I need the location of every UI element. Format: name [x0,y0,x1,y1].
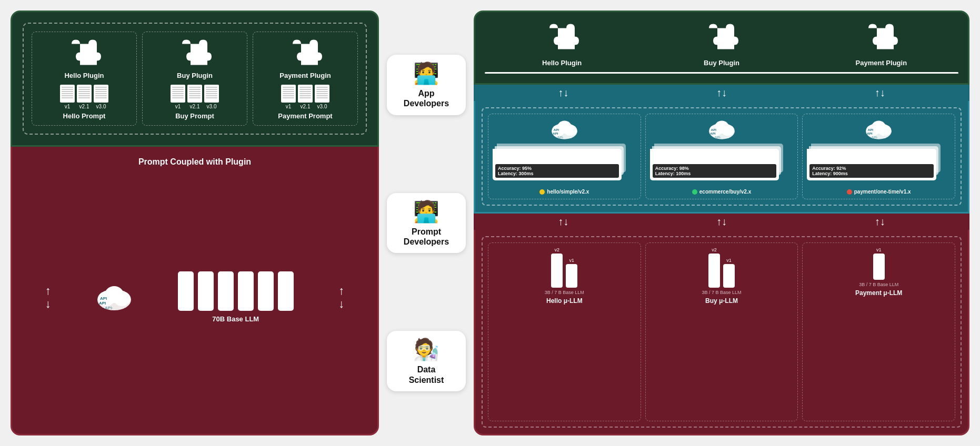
middle-arrows-row: ↑↓ ↑↓ ↑↓ [474,214,969,230]
payment-plugin-label: Payment Plugin [279,72,331,79]
buy-bar-v2 [708,254,720,288]
payment-prompt-col: API API · · · API· Accuracy: 92% Latency… [802,114,955,199]
hello-mu-label: Hello μ-LLM [546,297,583,305]
svg-text:· · · API·: · · · API· [552,135,564,139]
payment-prompt-versions: v1 v2.1 v3.0 [281,85,329,109]
buy-plugin-section: Buy Plugin v1 v2.1 v3.0 [142,32,247,126]
center-panel: 🧑‍💻 AppDevelopers 🧑‍💻 PromptDevelopers 🧑… [379,11,474,435]
right-panel: Hello Plugin Buy Plugin Payment Plugin [474,11,969,435]
data-sci-title: DataScientist [395,364,458,384]
payment-mu-llm: v1 3B / 7 B Base LLM Payment μ-LLM [802,242,955,421]
hello-prompt-label: Hello Prompt [63,112,106,120]
payment-accuracy: Accuracy: 92% Latency: 900ms [809,164,933,178]
prompt-developers-card: 🧑‍💻 PromptDevelopers [387,193,466,253]
buy-api-cloud: API API · · · API· [707,118,736,140]
buy-cloud-icon: API API · · · API· [707,118,736,140]
buy-mu-sublabel: 3B / 7 B Base LLM [702,290,741,295]
payment-cloud-icon: API API · · · API· [864,118,893,140]
payment-dot [847,189,852,195]
buy-route: ecommerce/buy/v2.x [692,189,751,195]
arrow-col-3: ↑↓ [801,87,959,99]
right-buy-plugin: Buy Plugin [644,22,798,67]
buy-bar-v1 [723,264,735,288]
svg-point-17 [714,121,728,134]
hello-puzzle-icon [63,37,105,72]
hello-mu-llm: v2 v1 3B / 7 B Base LLM Hello μ-LLM [488,242,641,421]
hello-plugin-section: Hello Plugin v1 v2.1 v3.0 [32,32,137,126]
payment-mu-label: Payment μ-LLM [855,289,902,297]
arrow-col-2: ↑↓ [643,87,801,99]
svg-text:API: API [868,128,873,131]
right-hello-puzzle [541,22,583,56]
llm-bar-2 [198,271,214,311]
llm-bar-3 [218,271,234,311]
buy-plugin-label: Buy Plugin [177,72,213,79]
buy-dot [692,189,697,195]
llm-bar-1 [178,271,194,311]
app-dev-emoji: 🧑‍💻 [395,61,458,86]
arrow-col-1: ↑↓ [484,87,643,99]
buy-mu-bars: v2 v1 [708,247,735,288]
buy-mu-llm: v2 v1 3B / 7 B Base LLM Buy μ-LLM [645,242,798,421]
payment-plugin-section: Payment Plugin v1 v2.1 v3.0 [253,32,358,126]
data-scientist-card: 🧑‍🔬 DataScientist [387,331,466,391]
right-payment-puzzle [860,22,902,56]
left-top-section: Hello Plugin v1 v2.1 v3.0 [11,11,379,147]
hello-dot [539,189,545,195]
doc-v1 [60,85,75,103]
hello-accuracy: Accuracy: 95% Latency: 300ms [495,164,619,178]
svg-text:· · · API·: · · · API· [709,135,721,139]
svg-text:API: API [867,131,873,135]
right-buy-label: Buy Plugin [704,59,739,67]
prompt-dev-title: PromptDevelopers [395,227,458,247]
buy-mu-label: Buy μ-LLM [705,297,738,305]
buy-prompt-label: Buy Prompt [175,112,214,120]
right-middle-section: API API · · · API· Accuracy: 95% Latency [474,101,969,214]
llm-bar-6 [278,271,294,311]
llm-bar-5 [258,271,274,311]
buy-prompt-versions: v1 v2.1 v3.0 [171,85,219,109]
payment-bar-v1 [873,254,885,280]
right-hello-label: Hello Plugin [542,59,582,67]
payment-route: payment/one-time/v1.x [847,189,911,195]
cloud-api-icon: API API · · · API· [96,283,133,312]
hello-prompt-col: API API · · · API· Accuracy: 95% Latency [488,114,641,199]
hello-bar-v1 [566,264,577,288]
svg-text:API: API [711,128,716,131]
coupled-title: Prompt Coupled with Plugin [23,157,367,167]
left-bottom-section: Prompt Coupled with Plugin ↑ ↓ API API [11,147,379,435]
svg-point-3 [105,286,124,303]
llm-bar-4 [238,271,254,311]
hello-api-cloud: API API · · · API· [550,118,579,140]
svg-point-10 [557,121,572,134]
llm-label: 70B Base LLM [212,315,259,323]
hello-folder-stack: Accuracy: 95% Latency: 300ms [493,144,636,186]
svg-text:· · · API·: · · · API· [866,135,878,139]
svg-point-24 [872,121,886,134]
mid-arrow-3: ↑↓ [801,216,959,228]
hello-prompt-versions: v1 v2.1 v3.0 [60,85,108,109]
api-cloud-center: API API · · · API· [96,283,133,312]
svg-text:API: API [100,296,107,301]
buy-folder-stack: Accuracy: 98% Latency: 100ms [650,144,794,186]
left-arrows: ↑ ↓ [45,285,51,310]
svg-text:API: API [553,131,558,135]
svg-text:API: API [554,128,559,131]
payment-folder-stack: Accuracy: 92% Latency: 900ms [807,144,951,186]
mid-arrow-2: ↑↓ [643,216,801,228]
top-divider [485,72,958,74]
doc-v21 [77,85,92,103]
right-arrows: ↑ ↓ [338,285,344,310]
payment-mu-sublabel: 3B / 7 B Base LLM [859,282,898,287]
right-payment-label: Payment Plugin [856,59,907,67]
payment-puzzle-icon [284,37,326,72]
payment-api-cloud: API API · · · API· [864,118,893,140]
right-bottom-section: v2 v1 3B / 7 B Base LLM Hello μ-LLM [474,230,969,435]
right-buy-puzzle [701,22,743,56]
mid-arrow-1: ↑↓ [484,216,643,228]
svg-text:API: API [710,131,715,135]
doc-v30 [94,85,108,103]
prompt-dev-emoji: 🧑‍💻 [395,199,458,224]
data-sci-emoji: 🧑‍🔬 [395,337,458,362]
hello-route: hello/simple/v2.x [539,189,589,195]
